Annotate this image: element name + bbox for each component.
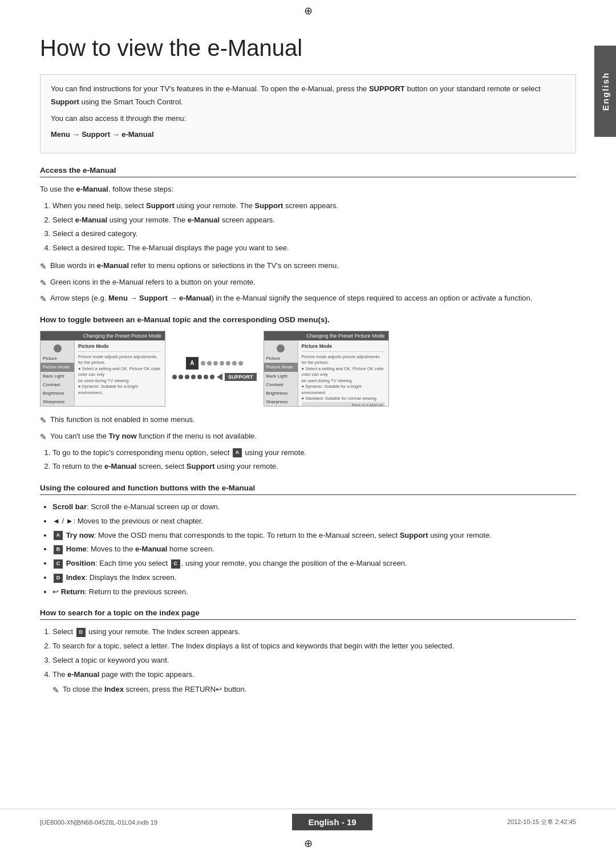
footer: [UE8000-XN]BN68-04528L-01L04.indb 19 Eng… <box>0 809 616 835</box>
icon-c-inline: C <box>54 559 63 569</box>
icon-c-inline2: C <box>171 559 180 569</box>
btn-a: A <box>186 357 198 370</box>
toggle-heading: How to toggle between an e-Manual topic … <box>40 315 576 324</box>
bullet-position: C Position: Each time you select C, usin… <box>52 557 576 570</box>
sidebar-right-item-3: Back Light <box>264 372 298 380</box>
step-3: Select a desired category. <box>52 228 576 241</box>
sidebar-item-7: Colour <box>40 406 74 407</box>
access-intro: To use the e-Manual, follow these steps: <box>40 183 576 196</box>
access-steps: When you need help, select Support using… <box>52 200 576 255</box>
note-1: ✎ Blue words in e-Manual refer to menu o… <box>40 259 576 274</box>
index-step-1: Select D using your remote. The Index sc… <box>52 626 576 639</box>
screens-row: Changing the Preset Picture Mode Picture… <box>40 331 576 407</box>
screen-right: Changing the Preset Picture Mode Picture… <box>264 331 389 407</box>
screen-right-sidebar: Picture Picture Mode Back Light Contrast… <box>264 340 298 406</box>
note-icon-2: ✎ <box>40 277 47 290</box>
footer-center: English - 19 <box>292 814 372 830</box>
dots-bottom <box>172 375 214 379</box>
screen-left-content: Picture Mode Picture mode adjusts pictur… <box>75 340 165 406</box>
sidebar-item-6: Sharpness <box>40 397 74 406</box>
page-title: How to view the e-Manual <box>40 35 576 60</box>
page: ⊕ English How to view the e-Manual You c… <box>0 0 616 852</box>
bullet-index: D Index: Displays the Index screen. <box>52 571 576 585</box>
dot-b4 <box>191 375 196 379</box>
connector-top: A <box>186 357 243 370</box>
dot-b2 <box>179 375 183 379</box>
index-step-3: Select a topic or keyword you want. <box>52 654 576 667</box>
dot-b3 <box>185 375 189 379</box>
screen-left-body: Picture Picture Mode Back Light Contrast… <box>40 340 165 406</box>
dot-6 <box>232 361 237 366</box>
index-note-icon: ✎ <box>52 684 59 697</box>
section-coloured-heading: Using the coloured and function buttons … <box>40 484 576 495</box>
screen-right-body: Picture Picture Mode Back Light Contrast… <box>264 340 388 406</box>
sidebar-right-item-7: Colour <box>264 406 298 407</box>
note-icon-1: ✎ <box>40 260 47 274</box>
arrow-left <box>217 374 222 380</box>
sidebar-item-4: Contrast <box>40 380 74 389</box>
dot-5 <box>226 361 230 366</box>
main-content: How to view the e-Manual You can find in… <box>0 18 616 809</box>
dots-top <box>201 361 243 366</box>
note-2: ✎ Green icons in the e-Manual refers to … <box>40 276 576 290</box>
icon-a: A <box>233 448 242 457</box>
sidebar-item-5: Brightness <box>40 389 74 397</box>
dot-b1 <box>172 375 177 379</box>
reg-mark-top: ⊕ <box>0 0 616 18</box>
section-access: Access the e-Manual To use the e-Manual,… <box>40 166 576 306</box>
dot-b7 <box>210 375 214 379</box>
sidebar-right-icon-1 <box>277 344 285 352</box>
content-text-right: Picture mode adjusts picture adjustments… <box>302 354 385 402</box>
section-coloured: Using the coloured and function buttons … <box>40 484 576 598</box>
coloured-bullets: Scroll bar: Scroll the e-Manual screen u… <box>52 501 576 598</box>
index-step-2: To search for a topic, select a letter. … <box>52 640 576 653</box>
info-box: You can find instructions for your TV's … <box>40 74 576 153</box>
sidebar-icon-1 <box>54 344 62 352</box>
dot-7 <box>238 361 243 366</box>
step-1: When you need help, select Support using… <box>52 200 576 213</box>
icon-d-inline: D <box>54 574 63 583</box>
sidebar-item-1: Picture <box>40 354 74 363</box>
support-btn: SUPPORT <box>225 373 257 381</box>
menu-path: Menu → Support → e-Manual <box>51 128 565 141</box>
screen-left-header: Changing the Preset Picture Mode <box>40 331 165 340</box>
footer-left: [UE8000-XN]BN68-04528L-01L04.indb 19 <box>40 819 157 826</box>
toggle-note-icon-2: ✎ <box>40 431 47 444</box>
step-4: Select a desired topic. The e-Manual dis… <box>52 242 576 255</box>
index-steps: Select D using your remote. The Index sc… <box>52 626 576 697</box>
footer-right: 2012-10-15 오후 2:42:45 <box>507 818 576 826</box>
side-tab-label: English <box>601 72 610 111</box>
toggle-note-icon-1: ✎ <box>40 414 47 428</box>
sidebar-right-item-5: Brightness <box>264 389 298 397</box>
toggle-steps: To go to the topic's corresponding menu … <box>52 447 576 474</box>
content-title-right: Picture Mode <box>302 343 385 352</box>
bullet-return: ↩ Return: Return to the previous screen. <box>52 586 576 599</box>
reg-mark-bottom: ⊕ <box>0 835 616 852</box>
info-line2: You can also access it through the menu: <box>51 112 565 125</box>
sidebar-item-3: Back Light <box>40 372 74 380</box>
screen-right-content: Picture Mode Picture mode adjusts pictur… <box>298 340 388 406</box>
connector-bottom: SUPPORT <box>172 373 257 381</box>
index-step-4: The e-Manual page with the topic appears… <box>52 668 576 698</box>
step-2: Select e-Manual using your remote. The e… <box>52 214 576 227</box>
screen-left: Changing the Preset Picture Mode Picture… <box>40 331 165 407</box>
dot-b6 <box>204 375 208 379</box>
dot-b5 <box>197 375 202 379</box>
index-note: ✎ To close the Index screen, press the R… <box>52 683 576 697</box>
dot-1 <box>201 361 205 366</box>
section-index-heading: How to search for a topic on the index p… <box>40 608 576 620</box>
icon-d-index: D <box>76 628 86 637</box>
toggle-step-2: To return to the e-Manual screen, select… <box>52 460 576 473</box>
toggle-step-1: To go to the topic's corresponding menu … <box>52 447 576 460</box>
info-line1: You can find instructions for your TV's … <box>51 83 565 109</box>
toggle-note-1: ✎ This function is not enabled in some m… <box>40 413 576 428</box>
section-toggle: How to toggle between an e-Manual topic … <box>40 315 576 473</box>
bullet-home: B Home: Moves to the e-Manual home scree… <box>52 543 576 556</box>
sidebar-right-item-4: Contrast <box>264 380 298 389</box>
sidebar-item-2: Picture Mode <box>40 363 74 371</box>
back-label: Back to e-Manual <box>302 402 385 407</box>
dot-3 <box>213 361 218 366</box>
bullet-prev-next: ◄ / ►: Moves to the previous or next cha… <box>52 515 576 528</box>
note-3: ✎ Arrow steps (e.g. Menu → Support → e-M… <box>40 292 576 306</box>
content-title-left: Picture Mode <box>78 343 161 352</box>
